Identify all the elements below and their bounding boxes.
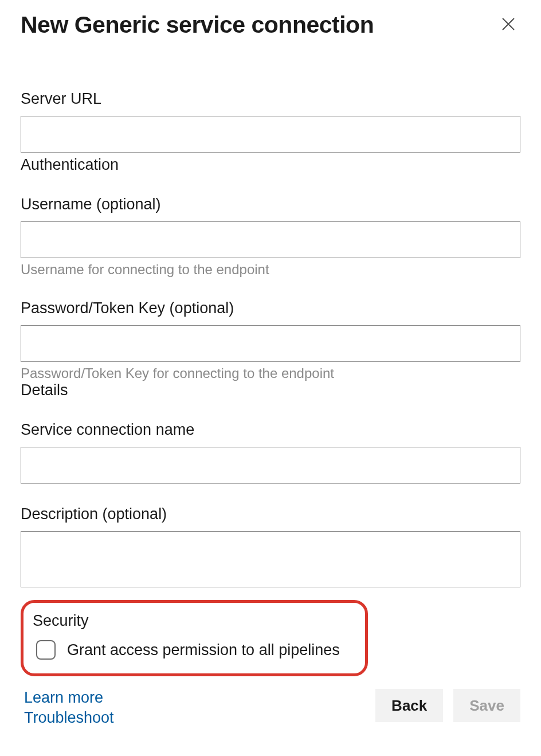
username-label: Username (optional) — [21, 196, 520, 213]
connection-name-label: Service connection name — [21, 421, 520, 439]
server-url-label: Server URL — [21, 90, 520, 108]
grant-access-label: Grant access permission to all pipelines — [67, 641, 340, 659]
details-header: Details — [21, 381, 520, 399]
footer-buttons: Back Save — [375, 689, 520, 722]
security-header: Security — [33, 612, 356, 630]
description-field-group: Description (optional) — [21, 505, 520, 590]
password-input[interactable] — [21, 325, 520, 362]
troubleshoot-link[interactable]: Troubleshoot — [24, 709, 114, 727]
connection-name-input[interactable] — [21, 447, 520, 484]
close-icon — [500, 15, 517, 33]
grant-access-row: Grant access permission to all pipelines — [33, 640, 356, 660]
username-help: Username for connecting to the endpoint — [21, 262, 520, 278]
password-label: Password/Token Key (optional) — [21, 299, 520, 317]
description-input[interactable] — [21, 531, 520, 587]
connection-name-field-group: Service connection name — [21, 421, 520, 484]
security-section: Security Grant access permission to all … — [21, 600, 368, 676]
back-button[interactable]: Back — [375, 689, 443, 722]
server-url-field-group: Server URL — [21, 90, 520, 153]
username-field-group: Username (optional) Username for connect… — [21, 196, 520, 278]
learn-more-link[interactable]: Learn more — [24, 689, 114, 707]
close-button[interactable] — [496, 12, 520, 38]
server-url-input[interactable] — [21, 116, 520, 153]
grant-access-checkbox[interactable] — [36, 640, 56, 660]
dialog-footer: Learn more Troubleshoot Back Save — [21, 689, 520, 727]
username-input[interactable] — [21, 221, 520, 258]
save-button[interactable]: Save — [453, 689, 520, 722]
password-help: Password/Token Key for connecting to the… — [21, 365, 520, 381]
dialog-title: New Generic service connection — [21, 11, 374, 38]
footer-links: Learn more Troubleshoot — [21, 689, 114, 727]
authentication-header: Authentication — [21, 156, 520, 174]
password-field-group: Password/Token Key (optional) Password/T… — [21, 299, 520, 381]
dialog-header: New Generic service connection — [21, 11, 520, 38]
description-label: Description (optional) — [21, 505, 520, 523]
